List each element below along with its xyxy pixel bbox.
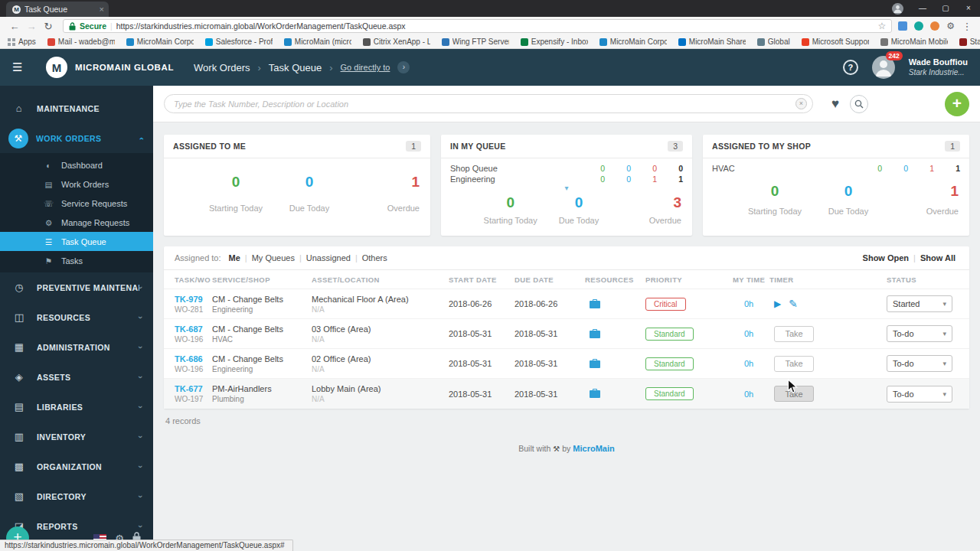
bookmark-item[interactable]: Salesforce - Professi... — [205, 37, 273, 46]
filter-others[interactable]: Others — [362, 253, 387, 262]
sidebar-item-administration[interactable]: ▦ ADMINISTRATION › — [0, 332, 153, 362]
col-status: STATUS — [887, 276, 969, 284]
status-dropdown[interactable]: To-do — [887, 355, 952, 372]
bookmark-item[interactable]: MicroMain Corporat... — [599, 37, 667, 46]
bookmark-item[interactable]: Citrix XenApp - Log... — [363, 37, 430, 46]
queue-due-value: 0 — [605, 174, 631, 184]
resources-briefcase-icon[interactable] — [585, 389, 645, 399]
queue-row-hvac[interactable]: HVAC 0 0 1 1 — [703, 163, 969, 174]
status-dropdown[interactable]: To-do — [887, 386, 952, 403]
extension-icon-teal[interactable] — [914, 21, 923, 31]
resources-briefcase-icon[interactable] — [585, 329, 645, 339]
maximize-button[interactable]: ▢ — [934, 0, 957, 17]
take-button[interactable]: Take — [774, 326, 814, 342]
starting-today-value: 0 — [506, 194, 514, 211]
status-dropdown[interactable]: To-do — [887, 325, 952, 342]
show-all-link[interactable]: Show All — [920, 253, 956, 262]
address-bar[interactable]: Secure | https://starkindustries.microma… — [63, 19, 892, 33]
micromain-link[interactable]: MicroMain — [573, 444, 614, 453]
reload-icon[interactable]: ↻ — [40, 21, 57, 32]
search-input[interactable] — [164, 94, 813, 113]
bookmark-star-icon[interactable] — [877, 21, 886, 31]
bookmark-item[interactable]: Global — [757, 37, 790, 46]
bookmark-item[interactable]: MicroMain SharePoi... — [678, 37, 746, 46]
bookmark-item[interactable]: Mail - wadeb@micr... — [47, 37, 115, 46]
sidebar-item-maintenance[interactable]: ⌂ MAINTENANCE — [0, 93, 153, 123]
browser-tab[interactable]: M Task Queue — [6, 2, 109, 17]
show-open-link[interactable]: Show Open — [863, 253, 910, 262]
menu-icon[interactable] — [12, 60, 31, 74]
bookmark-item[interactable]: Wing FTP Server — [442, 37, 509, 46]
task-link[interactable]: TK-677 — [175, 384, 207, 393]
add-task-button[interactable] — [945, 92, 969, 116]
take-button[interactable]: Take — [774, 386, 814, 402]
bookmark-item[interactable]: StarkIndustries — [959, 37, 980, 46]
bookmark-item[interactable]: Microsoft Support — [802, 37, 869, 46]
location-name: N/A — [312, 365, 444, 373]
bookmark-item[interactable]: Expensify - Inbox — [521, 37, 588, 46]
queue-row-shop-queue[interactable]: Shop Queue 0 0 0 0 — [441, 163, 692, 174]
status-dropdown[interactable]: Started — [887, 295, 952, 312]
edit-time-icon[interactable] — [789, 298, 798, 310]
due-today-value: 0 — [844, 183, 853, 200]
url-text[interactable]: https://starkindustries.micromain.global… — [116, 21, 874, 31]
queue-row-engineering[interactable]: Engineering 0 0 1 1 — [441, 174, 692, 184]
sidebar-item-tasks[interactable]: ⚑ Tasks — [0, 251, 153, 270]
sidebar-item-work-orders[interactable]: ⚒ WORK ORDERS › — [0, 123, 153, 153]
bookmark-item[interactable]: MicroMain Mobile — [880, 37, 948, 46]
breadcrumb-work-orders[interactable]: Work Orders — [194, 62, 250, 73]
favorites-heart-icon[interactable] — [831, 96, 839, 112]
clear-search-icon[interactable] — [795, 98, 807, 109]
extension-icon-blue[interactable] — [898, 21, 907, 31]
sidebar-item-task-queue[interactable]: ☰ Task Queue — [0, 232, 153, 251]
user-info[interactable]: Wade Bouffiou Stark Industrie... — [909, 57, 968, 77]
take-button[interactable]: Take — [774, 356, 814, 372]
task-link[interactable]: TK-979 — [175, 295, 207, 304]
browser-menu-icon[interactable] — [962, 21, 972, 32]
breadcrumb-task-queue[interactable]: Task Queue — [269, 62, 322, 73]
go-directly-to-link[interactable]: Go directly to — [341, 63, 390, 72]
close-button[interactable] — [957, 0, 980, 17]
sidebar-item-preventive-maintenance[interactable]: ◷ PREVENTIVE MAINTENANCE › — [0, 272, 153, 302]
resources-briefcase-icon[interactable] — [585, 359, 645, 369]
apps-grid-icon — [8, 38, 15, 46]
search-button[interactable] — [850, 95, 868, 113]
sidebar-item-inventory[interactable]: ▥ INVENTORY › — [0, 422, 153, 452]
start-timer-icon[interactable] — [774, 298, 781, 309]
secure-label[interactable]: Secure — [80, 21, 106, 31]
sidebar-item-dashboard[interactable]: ◐ Dashboard — [0, 155, 153, 174]
apps-shortcut[interactable]: Apps — [8, 37, 36, 46]
extension-icon-orange[interactable] — [930, 21, 939, 31]
sidebar-item-service-requests[interactable]: ☏ Service Requests — [0, 194, 153, 213]
help-button[interactable]: ? — [843, 60, 858, 75]
expand-chevron-icon[interactable] — [441, 184, 692, 192]
forward-icon[interactable]: → — [23, 21, 40, 32]
sidebar-item-libraries[interactable]: ▤ LIBRARIES › — [0, 392, 153, 422]
task-link[interactable]: TK-687 — [175, 324, 207, 334]
bookmark-item[interactable]: MicroMain (microm... — [284, 37, 351, 46]
filter-my-queues[interactable]: My Queues — [252, 253, 295, 262]
sidebar-item-assets[interactable]: ◈ ASSETS › — [0, 362, 153, 392]
bookmark-item[interactable]: MicroMain Corporat... — [126, 37, 194, 46]
wrench-icon — [553, 445, 560, 453]
sidebar-item-work-orders-page[interactable]: ▤ Work Orders — [0, 174, 153, 194]
due-today-stat: 0 Due Today — [812, 183, 885, 216]
user-avatar[interactable]: 242 — [872, 56, 895, 79]
resources-briefcase-icon[interactable] — [585, 299, 645, 309]
filter-unassigned[interactable]: Unassigned — [306, 253, 351, 262]
sidebar-item-manage-requests[interactable]: ⚙ Manage Requests — [0, 213, 153, 232]
tab-close-icon[interactable] — [100, 5, 104, 14]
filter-me[interactable]: Me — [229, 253, 240, 262]
minimize-button[interactable]: — — [911, 0, 934, 17]
browser-toolbar: ← → ↻ Secure | https://starkindustries.m… — [0, 17, 980, 35]
bookmark-favicon — [599, 38, 607, 46]
task-link[interactable]: TK-686 — [175, 354, 207, 364]
browser-profile-icon[interactable] — [892, 3, 903, 15]
sidebar-item-resources[interactable]: ◫ RESOURCES › — [0, 302, 153, 332]
go-circle-chevron-icon[interactable]: › — [397, 61, 410, 73]
back-icon[interactable]: ← — [6, 21, 23, 32]
sidebar-item-organization[interactable]: ▩ ORGANIZATION › — [0, 452, 153, 481]
sidebar-item-directory[interactable]: ▧ DIRECTORY › — [0, 481, 153, 511]
location-name: N/A — [312, 395, 444, 403]
extension-gear-icon[interactable] — [946, 21, 955, 31]
